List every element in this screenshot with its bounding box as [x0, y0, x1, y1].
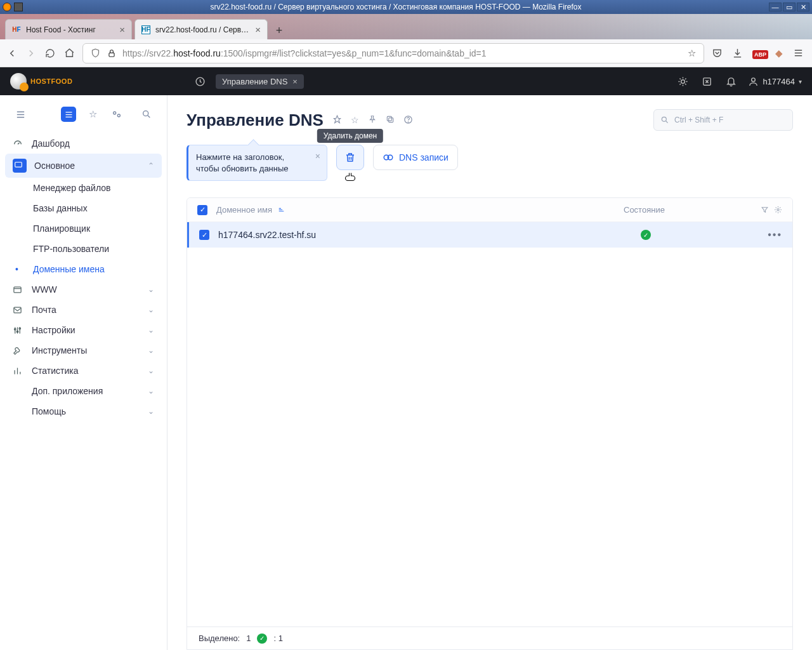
row-checkbox[interactable]: ✓ [199, 230, 209, 240]
chevron-down-icon: ⌄ [148, 407, 154, 416]
sidebar-item-cron[interactable]: Планировщик [0, 218, 167, 239]
new-tab-button[interactable]: + [270, 22, 288, 39]
help-icon[interactable] [403, 115, 413, 125]
header-tab-label: Управление DNS [222, 77, 287, 86]
sliders-icon [13, 326, 24, 335]
svg-point-4 [752, 77, 756, 81]
sidebar-item-dashboard[interactable]: Дашборд [0, 133, 167, 154]
table-row[interactable]: ✓ h177464.srv22.test-hf.su ✓ ••• [187, 222, 792, 248]
sidebar-group-www[interactable]: WWW⌄ [0, 279, 167, 300]
browser-tab[interactable]: HF Host Food - Хостинг × [5, 19, 132, 39]
sidebar-item-filemanager[interactable]: Менеджер файлов [0, 178, 167, 198]
sidebar-item-label: Основное [34, 161, 75, 171]
tab-close-icon[interactable]: × [119, 24, 125, 35]
lock-icon [106, 48, 117, 59]
delete-domain-button[interactable]: Удалить домен [336, 145, 364, 170]
sidebar-item-domains[interactable]: Доменные имена [0, 259, 167, 279]
star-view-icon[interactable]: ☆ [85, 107, 100, 122]
user-menu[interactable]: h177464 ▾ [748, 76, 802, 87]
hint-box: Нажмите на заголовок, чтобы обновить дан… [187, 145, 327, 181]
domains-table: ✓ Доменное имя Состояние ✓ h177464.srv22… [187, 197, 793, 650]
abp-icon[interactable]: ABP [752, 48, 765, 58]
search-icon[interactable] [139, 107, 154, 122]
list-view-icon[interactable] [61, 107, 76, 122]
address-bar[interactable]: https://srv22.host-food.ru:1500/ispmgr#/… [82, 43, 704, 63]
expand-icon[interactable] [700, 74, 714, 88]
bookmark-star-icon[interactable]: ☆ [686, 48, 697, 59]
bell-icon[interactable] [724, 74, 738, 88]
window-icons [14, 3, 23, 11]
clock-icon[interactable] [193, 74, 207, 88]
row-more-icon[interactable]: ••• [768, 229, 782, 241]
col-header-name[interactable]: Доменное имя [216, 205, 624, 215]
hint-close-icon[interactable]: × [315, 150, 320, 162]
tab-label: Host Food - Хостинг [26, 25, 114, 34]
close-icon[interactable]: × [292, 77, 298, 86]
svg-rect-0 [109, 53, 114, 56]
table-header: ✓ Доменное имя Состояние [187, 198, 792, 222]
chevron-down-icon: ▾ [799, 78, 802, 85]
header-tab-chip[interactable]: Управление DNS × [216, 74, 304, 89]
browser-tab-active[interactable]: HF srv22.host-food.ru / Сервер… × [134, 19, 268, 39]
app-logo[interactable]: HOSTFOOD [10, 73, 93, 90]
logo-text: HOSTFOOD [30, 77, 72, 85]
select-all-checkbox[interactable]: ✓ [197, 205, 207, 215]
os-titlebar: srv22.host-food.ru / Сервер виртуального… [0, 0, 812, 14]
page-search[interactable]: Ctrl + Shift + F [653, 109, 793, 131]
reload-button[interactable] [44, 48, 56, 59]
folder-icon [13, 159, 27, 173]
sidebar-item-databases[interactable]: Базы данных [0, 198, 167, 218]
hamburger-menu-icon[interactable] [793, 48, 806, 58]
svg-rect-14 [388, 118, 393, 123]
save-to-pocket-icon[interactable] [712, 48, 724, 58]
sidebar-group-mail[interactable]: Почта⌄ [0, 300, 167, 320]
button-label: DNS записи [399, 152, 449, 162]
www-icon [13, 285, 24, 295]
tab-close-icon[interactable]: × [255, 24, 261, 35]
svg-rect-8 [15, 162, 22, 168]
svg-point-2 [681, 79, 685, 83]
copy-icon[interactable] [386, 115, 395, 125]
extension-icon[interactable]: ◆ [773, 48, 785, 59]
app-header: HOSTFOOD Управление DNS × h177464 ▾ [0, 67, 812, 95]
hint-text: Нажмите на заголовок, чтобы обновить дан… [196, 152, 289, 173]
sidebar-group-tools[interactable]: Инструменты⌄ [0, 340, 167, 361]
home-button[interactable] [63, 48, 75, 59]
forward-button[interactable] [25, 48, 37, 59]
sidebar-group-addons[interactable]: Доп. приложения⌄ [0, 381, 167, 401]
sidebar-group-settings[interactable]: Настройки⌄ [0, 320, 167, 340]
sidebar-item-ftp[interactable]: FTP-пользователи [0, 239, 167, 259]
dns-records-button[interactable]: DNS записи [373, 145, 458, 170]
sidebar: ☆ Дашборд Основное ⌃ Менеджер файлов Баз… [0, 95, 167, 650]
favicon-icon: HF [141, 25, 150, 34]
footer-total: : 1 [273, 633, 282, 643]
theme-toggle-icon[interactable] [676, 74, 690, 88]
pin-icon[interactable] [332, 115, 342, 125]
pin2-icon[interactable] [368, 115, 377, 125]
tab-label: srv22.host-food.ru / Сервер… [155, 25, 250, 34]
star-icon[interactable]: ☆ [351, 115, 359, 125]
downloads-icon[interactable] [732, 48, 745, 58]
chevron-down-icon: ⌄ [148, 387, 154, 395]
svg-point-5 [114, 112, 116, 114]
footer-selected-label: Выделено: [199, 633, 240, 643]
sidebar-group-help[interactable]: Помощь⌄ [0, 401, 167, 421]
minimize-button[interactable]: — [769, 3, 782, 11]
maximize-button[interactable]: ▭ [783, 3, 796, 11]
status-ok-icon: ✓ [257, 633, 267, 644]
back-button[interactable] [6, 48, 18, 59]
steps-icon[interactable] [109, 107, 124, 122]
sidebar-group-stats[interactable]: Статистика⌄ [0, 361, 167, 381]
close-window-button[interactable]: ✕ [797, 3, 809, 11]
menu-collapse-icon[interactable] [13, 107, 28, 122]
sidebar-group-main[interactable]: Основное ⌃ [5, 154, 162, 178]
filter-icon[interactable] [761, 206, 769, 214]
svg-point-21 [777, 209, 779, 211]
gear-icon[interactable] [774, 206, 782, 214]
col-header-state[interactable]: Состояние [624, 205, 750, 215]
page-title: Управление DNS [187, 110, 324, 130]
sort-asc-icon [277, 206, 285, 214]
os-window-title: srv22.host-food.ru / Сервер виртуального… [23, 3, 769, 11]
firefox-icon [3, 3, 11, 11]
main-panel: Управление DNS ☆ Ctrl + Shift + F Нажмит… [167, 95, 812, 650]
